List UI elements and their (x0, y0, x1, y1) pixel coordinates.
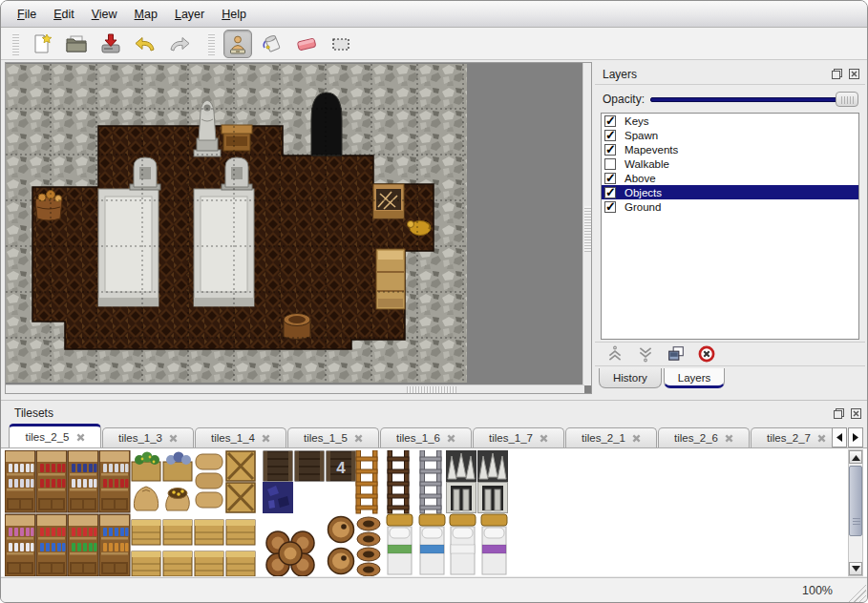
cave-entrance (311, 93, 342, 156)
opacity-slider[interactable] (650, 92, 858, 107)
layer-visibility-checkbox[interactable] (604, 144, 616, 156)
menu-item[interactable]: Map (126, 4, 166, 25)
tileset-tab[interactable]: tiles_2_5 (9, 424, 101, 447)
scroll-tabs-left-button[interactable] (832, 427, 847, 447)
tab-history[interactable]: History (599, 368, 662, 388)
stamp-tool-button[interactable] (223, 30, 252, 58)
close-tab-icon[interactable] (817, 434, 826, 443)
layer-visibility-checkbox[interactable] (604, 173, 616, 184)
float-panel-icon[interactable] (831, 68, 843, 80)
layer-visibility-checkbox[interactable] (604, 187, 616, 198)
duplicate-layer-icon[interactable] (667, 345, 685, 363)
redo-button[interactable] (165, 30, 194, 58)
layer-row[interactable]: Above (602, 171, 858, 185)
close-tab-icon[interactable] (632, 434, 641, 443)
status-bar: 100% (1, 577, 867, 603)
scroll-tabs-right-button[interactable] (848, 427, 863, 447)
tileset-tab[interactable]: tiles_1_3 (102, 427, 194, 447)
move-layer-down-icon[interactable] (637, 345, 654, 363)
eraser-tool-button[interactable] (292, 30, 321, 58)
open-file-button[interactable] (62, 30, 91, 58)
close-tab-icon[interactable] (76, 433, 85, 442)
tileset-tab-label: tiles_2_1 (582, 432, 625, 444)
close-tab-icon[interactable] (540, 434, 548, 443)
layers-panel: Layers Opacity: Keys Spawn Mapevents Wal… (595, 64, 865, 394)
layer-visibility-checkbox[interactable] (604, 130, 616, 141)
scroll-up-button[interactable] (849, 450, 862, 464)
tileset-content: 4 (1, 447, 867, 576)
tileset-tab[interactable]: tiles_2_6 (658, 427, 750, 447)
barrel-pile (266, 531, 314, 576)
map-canvas[interactable] (6, 64, 467, 383)
toolbar-drag-handle[interactable] (12, 32, 19, 55)
float-panel-icon[interactable] (833, 407, 845, 420)
map-vertical-scrollbar[interactable] (582, 63, 591, 385)
map-vertical-scroll-thumb[interactable] (584, 206, 591, 252)
close-panel-icon[interactable] (848, 68, 860, 80)
opacity-slider-handle[interactable] (836, 92, 858, 107)
menu-item[interactable]: Layer (166, 4, 213, 25)
move-layer-up-icon[interactable] (606, 345, 624, 363)
delete-layer-icon[interactable] (698, 345, 715, 363)
tileset-tab[interactable]: tiles_1_7 (473, 427, 564, 447)
opacity-label: Opacity: (595, 93, 650, 106)
dock-bottom-tabs: History Layers (599, 368, 727, 388)
layer-row[interactable]: Ground (602, 199, 858, 214)
scroll-down-button[interactable] (849, 562, 862, 575)
resize-grip[interactable] (847, 583, 866, 602)
save-file-button[interactable] (96, 30, 125, 58)
tileset-canvas[interactable]: 4 (5, 450, 511, 576)
tileset-tab[interactable]: tiles_1_5 (287, 427, 379, 447)
right-arrow-icon (852, 433, 859, 442)
layer-row[interactable]: Spawn (602, 128, 858, 142)
close-tab-icon[interactable] (169, 434, 178, 443)
table (222, 125, 252, 151)
layers-panel-header[interactable]: Layers (595, 64, 865, 85)
menu-item[interactable]: File (9, 4, 45, 25)
tileset-tab[interactable]: tiles_1_6 (380, 427, 472, 447)
menu-item[interactable]: View (83, 4, 126, 25)
stone-platform-left (98, 189, 159, 306)
tileset-tab[interactable]: tiles_2_7 (751, 427, 832, 447)
close-tab-icon[interactable] (447, 434, 455, 443)
fill-tool-icon (260, 31, 285, 56)
stamp-tool-icon (226, 32, 249, 55)
layers-panel-title: Layers (595, 68, 831, 81)
tileset-scroll-thumb[interactable] (849, 466, 862, 536)
menu-item[interactable]: Help (213, 4, 255, 25)
close-panel-icon[interactable] (850, 407, 862, 420)
opacity-row: Opacity: (595, 90, 865, 109)
tool-crate (373, 184, 404, 218)
layer-row[interactable]: Mapevents (602, 142, 858, 156)
tileset-tab[interactable]: tiles_1_4 (195, 427, 286, 447)
undo-button[interactable] (131, 30, 159, 58)
layer-visibility-checkbox[interactable] (604, 158, 616, 170)
tileset-vertical-scrollbar[interactable] (848, 449, 863, 576)
layer-row[interactable]: Walkable (602, 156, 858, 171)
gravestone-left (130, 157, 160, 190)
map-viewport[interactable] (5, 62, 592, 394)
tab-layers[interactable]: Layers (664, 368, 726, 388)
layer-label: Spawn (625, 130, 658, 141)
close-tab-icon[interactable] (262, 434, 270, 443)
layer-visibility-checkbox[interactable] (604, 201, 616, 213)
layer-visibility-checkbox[interactable] (604, 115, 616, 127)
menu-item[interactable]: Edit (45, 4, 83, 25)
layer-row[interactable]: Keys (602, 114, 858, 128)
tilesets-panel-title: Tilesets (1, 406, 833, 420)
layer-row[interactable]: Objects (602, 185, 858, 199)
layer-label: Above (625, 173, 656, 184)
pot-stack (357, 517, 380, 576)
map-horizontal-scrollbar[interactable] (6, 385, 584, 393)
tilesets-panel-header[interactable]: Tilesets (1, 403, 867, 424)
fill-tool-button[interactable] (258, 30, 286, 58)
close-tab-icon[interactable] (354, 434, 363, 443)
toolbar-drag-handle[interactable] (208, 32, 215, 55)
opacity-slider-track[interactable] (650, 97, 858, 102)
layer-list[interactable]: Keys Spawn Mapevents Walkable Above Obje… (601, 113, 859, 340)
new-file-button[interactable] (28, 30, 56, 58)
select-tool-button[interactable] (327, 30, 355, 58)
close-tab-icon[interactable] (725, 434, 733, 443)
tileset-tab[interactable]: tiles_2_1 (565, 427, 657, 447)
map-horizontal-scroll-thumb[interactable] (407, 386, 456, 393)
